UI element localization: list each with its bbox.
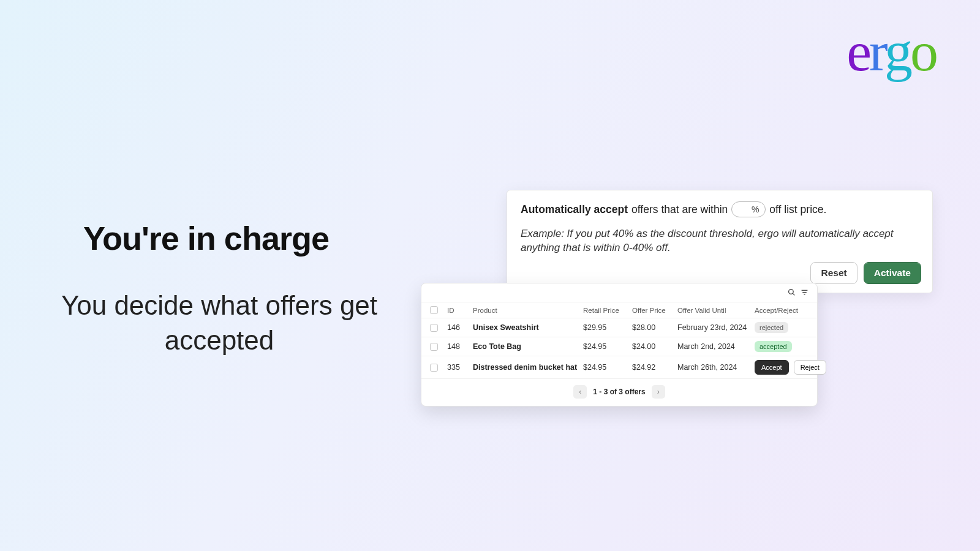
pager-prev[interactable]: ‹ — [573, 385, 587, 399]
discount-percent-input[interactable]: % — [731, 201, 766, 217]
col-action: Accept/Reject — [755, 307, 816, 314]
col-product: Product — [473, 307, 583, 314]
cell-id: 335 — [447, 363, 473, 372]
status-badge: accepted — [755, 341, 792, 352]
cell-retail: $24.95 — [583, 342, 632, 351]
auto-accept-text-1: offers that are within — [631, 203, 728, 216]
auto-accept-text-2: off list price. — [769, 203, 826, 216]
cell-product: Unisex Sweatshirt — [473, 323, 583, 332]
cell-action: accepted — [755, 341, 816, 352]
auto-accept-settings-card: Automatically accept offers that are wit… — [507, 190, 933, 293]
accept-button[interactable]: Accept — [755, 360, 789, 375]
row-checkbox[interactable] — [430, 324, 438, 332]
row-checkbox[interactable] — [430, 343, 438, 351]
select-all-checkbox[interactable] — [430, 306, 438, 314]
cell-valid: March 26th, 2024 — [677, 363, 755, 372]
svg-line-1 — [793, 293, 794, 295]
table-row: 335 Distressed denim bucket hat $24.95 $… — [421, 356, 817, 378]
reject-button[interactable]: Reject — [794, 360, 826, 375]
hero-heading: You're in charge — [83, 219, 329, 257]
cell-product: Distressed denim bucket hat — [473, 363, 583, 372]
cell-id: 146 — [447, 323, 473, 332]
row-checkbox[interactable] — [430, 364, 438, 372]
cell-id: 148 — [447, 342, 473, 351]
cell-valid: February 23rd, 2024 — [677, 323, 755, 332]
activate-button[interactable]: Activate — [864, 262, 921, 284]
ergo-logo: ergo — [846, 23, 936, 80]
table-footer: ‹ 1 - 3 of 3 offers › — [421, 378, 817, 406]
table-row: 148 Eco Tote Bag $24.95 $24.00 March 2nd… — [421, 337, 817, 356]
hero-subheading: You decide what offers get accepted — [54, 288, 385, 358]
col-valid: Offer Valid Until — [677, 307, 755, 314]
filter-icon[interactable] — [801, 288, 809, 298]
cell-retail: $29.95 — [583, 323, 632, 332]
cell-action: Accept Reject — [755, 360, 816, 375]
cell-offer: $24.92 — [632, 363, 677, 372]
cell-retail: $24.95 — [583, 363, 632, 372]
cell-action: rejected — [755, 322, 816, 333]
cell-offer: $24.00 — [632, 342, 677, 351]
offers-table-card: ID Product Retail Price Offer Price Offe… — [421, 283, 818, 407]
search-icon[interactable] — [788, 288, 796, 298]
cell-valid: March 2nd, 2024 — [677, 342, 755, 351]
auto-accept-example: Example: If you put 40% as the discount … — [521, 227, 919, 255]
pager-next[interactable]: › — [652, 385, 665, 399]
status-badge: rejected — [755, 322, 788, 333]
col-offer: Offer Price — [632, 307, 677, 314]
auto-accept-line: Automatically accept offers that are wit… — [521, 201, 919, 217]
svg-point-0 — [789, 290, 794, 294]
auto-accept-bold: Automatically accept — [521, 203, 628, 216]
col-id: ID — [447, 307, 473, 314]
col-retail: Retail Price — [583, 307, 632, 314]
table-header-row: ID Product Retail Price Offer Price Offe… — [421, 302, 817, 318]
cell-offer: $28.00 — [632, 323, 677, 332]
reset-button[interactable]: Reset — [810, 262, 857, 284]
table-row: 146 Unisex Sweatshirt $29.95 $28.00 Febr… — [421, 318, 817, 337]
pager-label: 1 - 3 of 3 offers — [593, 388, 645, 396]
cell-product: Eco Tote Bag — [473, 342, 583, 351]
